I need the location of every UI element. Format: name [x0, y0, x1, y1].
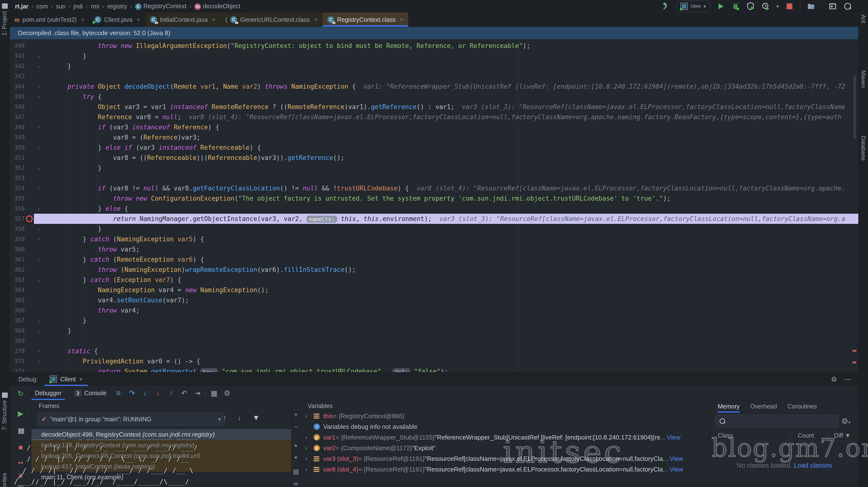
code-line[interactable]: 340 throw new IllegalArgumentException("…: [10, 41, 858, 51]
code-line[interactable]: 354▿ if (var8 != null && var8.getFactory…: [10, 183, 858, 193]
tab-overhead[interactable]: Overhead: [750, 400, 777, 413]
load-classes-link[interactable]: Load classes: [794, 462, 832, 469]
expand-chevron-icon[interactable]: ›: [305, 413, 314, 419]
error-stripe-mark[interactable]: [852, 362, 856, 363]
stripe-database[interactable]: Database: [860, 136, 867, 161]
code-line[interactable]: 356▵ } else {: [10, 204, 858, 214]
memory-settings-gear-icon[interactable]: ⚙▾: [841, 417, 850, 426]
fold-marker[interactable]: ▵: [34, 204, 43, 214]
evaluate-expression-icon[interactable]: ▦: [209, 389, 219, 397]
expand-chevron-icon[interactable]: ›: [305, 466, 314, 473]
show-watches-icon[interactable]: ∞: [291, 480, 301, 487]
remove-watch-icon[interactable]: −: [291, 423, 301, 431]
variable-row[interactable]: ›this = {RegistryContext@866}: [301, 411, 711, 421]
run-button[interactable]: [716, 2, 725, 11]
code-line[interactable]: 361▵ } catch (RemoteException var6) {: [10, 254, 858, 265]
fold-marker[interactable]: ▿: [34, 122, 43, 132]
code-line[interactable]: 370▿ static {: [10, 346, 858, 356]
filter-frames-icon[interactable]: ▼: [252, 414, 260, 422]
thread-selector[interactable]: ✔ "main"@1 in group "main": RUNNING ▾: [37, 413, 225, 426]
editor-tab[interactable]: mpom.xml (vulnTest2)×: [10, 12, 90, 27]
project-folder-icon[interactable]: [2, 3, 8, 9]
debug-button[interactable]: [731, 2, 740, 11]
column-count[interactable]: Count: [798, 432, 814, 439]
code-line[interactable]: 344▿ private Object decodeObject(Remote …: [10, 82, 858, 92]
close-icon[interactable]: ×: [400, 16, 403, 23]
code-line[interactable]: 349 var8 = (Reference)var3;: [10, 132, 858, 143]
breadcrumb-item[interactable]: jndi: [73, 3, 83, 10]
add-watch-icon[interactable]: +: [291, 411, 301, 418]
next-frame-icon[interactable]: ↓: [238, 414, 241, 422]
variable-row[interactable]: ›var8 (slot_4) = {ResourceRef@1191} "Res…: [301, 464, 711, 475]
fold-marker[interactable]: ▵: [34, 326, 43, 336]
code-line[interactable]: 371▿ PrivilegedAction var0 = () -> {: [10, 356, 858, 366]
expand-chevron-icon[interactable]: ›: [305, 445, 314, 451]
drop-frame-icon[interactable]: ↶: [179, 389, 189, 397]
code-line[interactable]: 350▵ } else if (var3 instanceof Referenc…: [10, 143, 858, 153]
close-icon[interactable]: ×: [314, 16, 317, 23]
code-line[interactable]: 355 throw new ConfigurationException("Th…: [10, 193, 858, 204]
resume-program-icon[interactable]: ▶: [10, 409, 31, 418]
breadcrumb-item[interactable]: CRegistryContext: [135, 3, 187, 10]
fold-marker[interactable]: ▵: [34, 275, 43, 285]
step-into-icon[interactable]: ↓: [140, 389, 150, 397]
fold-marker[interactable]: ▵: [34, 254, 43, 265]
breadcrumb-item[interactable]: mdecodeObject: [194, 3, 240, 10]
stripe-maven[interactable]: Maven: [860, 70, 867, 88]
frame-row[interactable]: lookup:417, InitialContext (javax.naming…: [31, 461, 291, 472]
structure-icon[interactable]: [2, 393, 8, 398]
code-line[interactable]: 364 NamingException var4 = new NamingExc…: [10, 285, 858, 295]
column-class[interactable]: Class: [718, 432, 733, 439]
debug-session-tab[interactable]: Client ×: [44, 372, 88, 386]
close-icon[interactable]: ×: [81, 16, 85, 23]
editor-tab[interactable]: CRegistryContext.class×: [322, 12, 408, 27]
close-icon[interactable]: ×: [212, 16, 215, 23]
tab-console[interactable]: ❯ Console: [71, 386, 110, 400]
fold-marker[interactable]: ▵: [34, 163, 43, 173]
stripe-project[interactable]: 1: Project: [1, 11, 8, 36]
code-line[interactable]: 345▿ try {: [10, 92, 858, 102]
step-over-icon[interactable]: ↷: [127, 389, 137, 397]
variable-row[interactable]: iVariables debug info not available: [301, 421, 711, 432]
step-out-icon[interactable]: ↑: [166, 389, 176, 397]
run-configuration-select[interactable]: Client ▾: [676, 1, 710, 12]
tab-debugger[interactable]: Debugger: [31, 386, 65, 400]
code-line[interactable]: 346 Object var3 = var1 instanceof Remote…: [10, 102, 858, 112]
variable-row[interactable]: ›var3 (slot_3) = {ResourceRef@1191} "Res…: [301, 453, 711, 464]
close-icon[interactable]: ×: [79, 376, 83, 383]
breadcrumb-item[interactable]: rt.jar: [15, 3, 29, 10]
run-with-coverage-button[interactable]: [746, 2, 755, 11]
run-to-cursor-icon[interactable]: ⇥: [192, 389, 202, 397]
code-line[interactable]: 353: [10, 173, 858, 183]
project-structure-icon[interactable]: [807, 2, 815, 11]
prev-frame-icon[interactable]: ↑: [223, 414, 226, 422]
settings-gear-icon[interactable]: ⚙: [831, 375, 837, 383]
code-editor[interactable]: 340 throw new IllegalArgumentException("…: [10, 39, 858, 372]
layout-settings-icon[interactable]: ⚙: [222, 389, 232, 397]
fold-marker[interactable]: ▿: [34, 234, 43, 244]
fold-marker[interactable]: ▵: [34, 61, 43, 71]
expand-chevron-icon[interactable]: ›: [305, 434, 314, 441]
code-line[interactable]: 368▵ }: [10, 326, 858, 336]
tab-memory[interactable]: Memory: [718, 400, 740, 413]
search-everywhere-icon[interactable]: [843, 2, 852, 11]
fold-marker[interactable]: ▵: [34, 51, 43, 61]
execution-line[interactable]: 357 return NamingManager.getObjectInstan…: [10, 214, 858, 224]
breadcrumb-item[interactable]: registry: [107, 3, 127, 10]
frame-row[interactable]: main:11, Client (org.example): [31, 472, 291, 482]
code-line[interactable]: 348▿ if (var3 instanceof Reference) {: [10, 122, 858, 132]
editor-scrollbar[interactable]: [854, 75, 856, 139]
fold-marker[interactable]: ▵: [34, 224, 43, 234]
editor-tab[interactable]: CInitialContext.java×: [145, 12, 220, 27]
close-icon[interactable]: ×: [137, 16, 140, 23]
variable-row[interactable]: ›pvar1 = {ReferenceWrapper_Stub@1155} "R…: [301, 432, 711, 443]
code-line[interactable]: 365 var4.setRootCause(var7);: [10, 295, 858, 305]
view-link[interactable]: View: [667, 434, 680, 441]
hide-panel-icon[interactable]: —: [844, 375, 851, 383]
fold-marker[interactable]: ▿: [34, 92, 43, 102]
breadcrumb-item[interactable]: rmi: [91, 3, 99, 10]
fold-marker[interactable]: ▵: [34, 315, 43, 326]
profiler-button[interactable]: [762, 2, 770, 11]
fold-marker[interactable]: ▿: [34, 82, 43, 92]
fold-marker[interactable]: ▵: [34, 143, 43, 153]
